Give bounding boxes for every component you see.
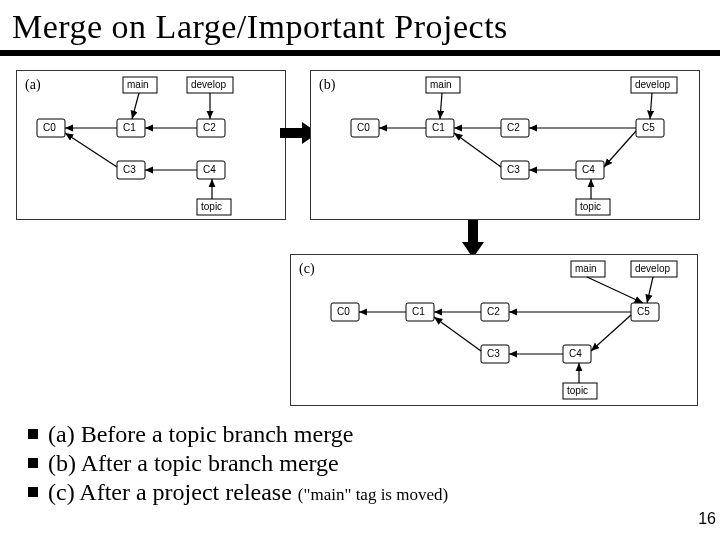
svg-line-51 bbox=[647, 277, 653, 303]
panel-a-c4: C4 bbox=[203, 164, 216, 175]
panel-a-main-label: main bbox=[127, 79, 149, 90]
svg-line-12 bbox=[132, 93, 139, 119]
panel-a-develop-label: develop bbox=[191, 79, 226, 90]
panel-b-main-label: main bbox=[430, 79, 452, 90]
panel-a-c2: C2 bbox=[203, 122, 216, 133]
panel-a-svg: (a) main develop C0 C1 C2 C3 C4 topic bbox=[17, 71, 287, 221]
panel-c-c3: C3 bbox=[487, 348, 500, 359]
panel-c: (c) main develop C0 C1 C2 C5 C3 C4 topic bbox=[290, 254, 698, 406]
panel-b-topic-label: topic bbox=[580, 201, 601, 212]
panel-b-develop-label: develop bbox=[635, 79, 670, 90]
svg-marker-34 bbox=[462, 220, 484, 258]
panel-c-c0: C0 bbox=[337, 306, 350, 317]
svg-line-30 bbox=[604, 131, 636, 167]
panel-c-main-label: main bbox=[575, 263, 597, 274]
panel-a-c3: C3 bbox=[123, 164, 136, 175]
bullet-b: (b) After a topic branch merge bbox=[28, 450, 448, 477]
panel-c-c5: C5 bbox=[637, 306, 650, 317]
svg-line-29 bbox=[454, 133, 501, 167]
panel-a-c0: C0 bbox=[43, 122, 56, 133]
svg-line-11 bbox=[65, 133, 117, 167]
panel-c-label: (c) bbox=[299, 261, 315, 277]
page-title: Merge on Large/Important Projects bbox=[0, 0, 720, 50]
svg-line-48 bbox=[434, 317, 481, 351]
panel-b-c4: C4 bbox=[582, 164, 595, 175]
title-rule bbox=[0, 50, 720, 56]
panel-a-c1: C1 bbox=[123, 122, 136, 133]
bullet-square-icon bbox=[28, 429, 38, 439]
panel-b-label: (b) bbox=[319, 77, 336, 93]
bullet-c-tail: ("main" tag is moved) bbox=[298, 485, 448, 504]
panel-a-topic-label: topic bbox=[201, 201, 222, 212]
page-number: 16 bbox=[698, 510, 716, 528]
panel-b-c0: C0 bbox=[357, 122, 370, 133]
panel-a: (a) main develop C0 C1 C2 C3 C4 topic bbox=[16, 70, 286, 220]
bullet-square-icon bbox=[28, 458, 38, 468]
panel-a-label: (a) bbox=[25, 77, 41, 93]
bullet-a-text: (a) Before a topic branch merge bbox=[48, 421, 353, 447]
bullet-list: (a) Before a topic branch merge (b) Afte… bbox=[28, 419, 448, 508]
panel-c-develop-label: develop bbox=[635, 263, 670, 274]
panel-b-c3: C3 bbox=[507, 164, 520, 175]
panel-c-svg: (c) main develop C0 C1 C2 C5 C3 C4 topic bbox=[291, 255, 699, 407]
bullet-c-text: (c) After a project release bbox=[48, 479, 298, 505]
panel-c-topic-label: topic bbox=[567, 385, 588, 396]
panel-b: (b) main develop C0 C1 C2 C5 C3 C4 topic bbox=[310, 70, 700, 220]
panel-b-c2: C2 bbox=[507, 122, 520, 133]
panel-b-svg: (b) main develop C0 C1 C2 C5 C3 C4 topic bbox=[311, 71, 701, 221]
svg-line-49 bbox=[591, 315, 631, 351]
panel-b-c5: C5 bbox=[642, 122, 655, 133]
diagram-area: (a) main develop C0 C1 C2 C3 C4 topic bbox=[0, 64, 720, 394]
bullet-b-text: (b) After a topic branch merge bbox=[48, 450, 339, 476]
panel-c-c2: C2 bbox=[487, 306, 500, 317]
bullet-c: (c) After a project release ("main" tag … bbox=[28, 479, 448, 506]
panel-b-c1: C1 bbox=[432, 122, 445, 133]
bullet-a: (a) Before a topic branch merge bbox=[28, 421, 448, 448]
svg-line-31 bbox=[440, 93, 442, 119]
bullet-square-icon bbox=[28, 487, 38, 497]
svg-line-32 bbox=[650, 93, 652, 119]
svg-line-50 bbox=[587, 277, 643, 303]
panel-c-c1: C1 bbox=[412, 306, 425, 317]
panel-c-c4: C4 bbox=[569, 348, 582, 359]
